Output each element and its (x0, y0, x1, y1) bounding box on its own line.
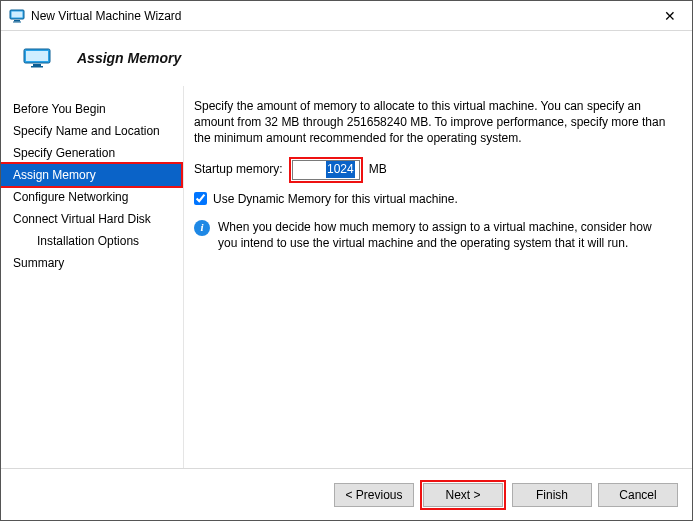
highlight-next-button: Next > (420, 480, 506, 510)
step-specify-generation[interactable]: Specify Generation (1, 142, 183, 164)
step-configure-networking[interactable]: Configure Networking (1, 186, 183, 208)
window-title: New Virtual Machine Wizard (31, 9, 182, 23)
dynamic-memory-row: Use Dynamic Memory for this virtual mach… (194, 191, 672, 207)
svg-rect-3 (13, 21, 21, 22)
dynamic-memory-checkbox[interactable] (194, 192, 207, 205)
step-installation-options[interactable]: Installation Options (1, 230, 183, 252)
svg-rect-5 (26, 51, 48, 61)
startup-memory-value: 1024 (326, 161, 355, 177)
wizard-steps-sidebar: Before You Begin Specify Name and Locati… (1, 86, 183, 468)
info-icon: i (194, 220, 210, 236)
info-text: When you decide how much memory to assig… (218, 219, 672, 251)
wizard-header-icon (23, 48, 51, 68)
svg-rect-7 (31, 66, 43, 68)
startup-memory-label: Startup memory: (194, 161, 283, 177)
svg-rect-1 (12, 11, 23, 17)
highlight-memory-input: 1024 (289, 157, 363, 183)
dynamic-memory-label[interactable]: Use Dynamic Memory for this virtual mach… (213, 191, 458, 207)
info-row: i When you decide how much memory to ass… (194, 219, 672, 251)
cancel-button[interactable]: Cancel (598, 483, 678, 507)
step-summary[interactable]: Summary (1, 252, 183, 274)
titlebar: New Virtual Machine Wizard ✕ (1, 1, 692, 31)
step-specify-name-location[interactable]: Specify Name and Location (1, 120, 183, 142)
close-icon: ✕ (664, 8, 676, 24)
step-assign-memory[interactable]: Assign Memory (1, 164, 181, 186)
highlight-selected-step: Assign Memory (0, 162, 183, 188)
startup-memory-input[interactable]: 1024 (292, 160, 360, 180)
finish-button[interactable]: Finish (512, 483, 592, 507)
wizard-content: Specify the amount of memory to allocate… (183, 86, 692, 468)
page-title: Assign Memory (77, 50, 181, 66)
wizard-footer: < Previous Next > Finish Cancel (1, 468, 692, 520)
intro-text: Specify the amount of memory to allocate… (194, 98, 672, 147)
step-connect-virtual-hard-disk[interactable]: Connect Virtual Hard Disk (1, 208, 183, 230)
close-button[interactable]: ✕ (647, 1, 692, 30)
wizard-body: Before You Begin Specify Name and Locati… (1, 86, 692, 468)
step-before-you-begin[interactable]: Before You Begin (1, 98, 183, 120)
startup-memory-row: Startup memory: 1024 MB (194, 157, 672, 183)
app-icon (9, 8, 25, 24)
svg-rect-6 (33, 64, 41, 66)
memory-unit-label: MB (369, 161, 387, 177)
next-button[interactable]: Next > (423, 483, 503, 507)
wizard-header: Assign Memory (1, 31, 692, 86)
svg-rect-2 (14, 20, 20, 22)
previous-button[interactable]: < Previous (334, 483, 414, 507)
